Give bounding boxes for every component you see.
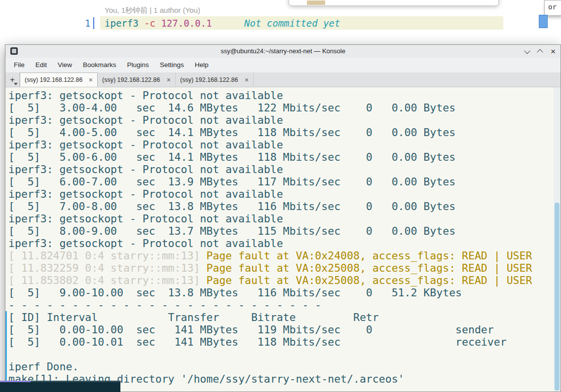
git-blame-annotation: You, 1秒钟前 | 1 author (You) xyxy=(105,6,200,15)
terminal-scrollbar[interactable] xyxy=(554,87,561,392)
terminal-text-segment: [ 5] 7.00-8.00 sec 13.8 MBytes 116 Mbits… xyxy=(8,200,455,213)
terminal-line: [ 5] 0.00-10.00 sec 141 MBytes 119 Mbits… xyxy=(8,323,561,336)
background-window-border xyxy=(31,381,120,382)
terminal-line: [ 5] 7.00-8.00 sec 13.8 MBytes 116 Mbits… xyxy=(8,200,561,213)
terminal-line: [ 5] 0.00-10.01 sec 141 MBytes 118 Mbits… xyxy=(8,336,561,348)
terminal-text-segment: [ 5] 0.00-10.00 sec 141 MBytes 119 Mbits… xyxy=(8,323,494,336)
menu-item-file[interactable]: File xyxy=(8,58,30,72)
terminal-line: iperf3: getsockopt - Protocol not availa… xyxy=(8,237,561,249)
line-number: 1 xyxy=(85,18,90,29)
terminal-line: iperf Done. xyxy=(8,360,561,373)
code-token: -c xyxy=(144,18,155,29)
terminal-line: iperf3: getsockopt - Protocol not availa… xyxy=(8,139,561,151)
terminal-text-segment: iperf3: getsockopt - Protocol not availa… xyxy=(8,163,283,176)
terminal-text-segment: [ 5] 3.00-4.00 sec 14.6 MBytes 122 Mbits… xyxy=(8,102,455,114)
terminal-text-segment: iperf3: getsockopt - Protocol not availa… xyxy=(8,237,283,249)
new-tab-dropdown-icon[interactable] xyxy=(14,83,18,85)
konsole-window: ssy@ubuntu24:~/starry-next-net — Konsole… xyxy=(5,44,561,392)
text-cursor xyxy=(93,17,94,29)
close-icon[interactable]: × xyxy=(551,47,556,56)
autocomplete-item[interactable]: or xyxy=(548,3,557,11)
terminal-line: iperf3: getsockopt - Protocol not availa… xyxy=(8,163,561,176)
menu-item-edit[interactable]: Edit xyxy=(30,58,52,72)
background-window-fragment[interactable] xyxy=(0,381,120,392)
terminal-text-segment: Page fault at VA:0x24008, access_flags: … xyxy=(200,249,532,262)
tab-label: (ssy) 192.168.122.86 xyxy=(25,76,82,83)
terminal-line: [ 5] 6.00-7.00 sec 13.9 MBytes 117 Mbits… xyxy=(8,176,561,188)
terminal-text-segment: [ 5] 6.00-7.00 sec 13.9 MBytes 117 Mbits… xyxy=(8,176,455,188)
terminal-line: - - - - - - - - - - - - - - - - - - - - … xyxy=(8,299,561,311)
tab-list: (ssy) 192.168.122.86×(ssy) 192.168.122.8… xyxy=(20,72,254,87)
terminal-text-segment: iperf3: getsockopt - Protocol not availa… xyxy=(8,213,283,225)
terminal-text-segment: iperf3: getsockopt - Protocol not availa… xyxy=(8,89,283,102)
terminal-line: [ 5] 5.00-6.00 sec 14.1 MBytes 118 Mbits… xyxy=(8,151,561,163)
terminal-line: [ 5] 4.00-5.00 sec 14.1 MBytes 118 Mbits… xyxy=(8,126,561,139)
terminal-line: [ 11.853802 0:4 starry::mm:13] Page faul… xyxy=(8,274,561,286)
terminal-line: [ 5] 8.00-9.00 sec 13.7 MBytes 115 Mbits… xyxy=(8,225,561,237)
terminal-text-segment: - - - - - - - - - - - - - - - - - - - - … xyxy=(8,299,321,311)
terminal-text-segment: [ 11.832259 0:4 starry::mm:13] xyxy=(8,262,200,274)
terminal-text-segment: iperf3: getsockopt - Protocol not availa… xyxy=(8,114,283,126)
code-token: iperf3 xyxy=(105,18,144,29)
terminal-text-segment: [ 5] 5.00-6.00 sec 14.1 MBytes 118 Mbits… xyxy=(8,151,455,163)
minimize-icon[interactable] xyxy=(524,47,530,54)
terminal-activity-indicator xyxy=(5,311,7,392)
terminal-text-segment: [ 5] 0.00-10.01 sec 141 MBytes 118 Mbits… xyxy=(8,336,507,348)
editor-scrollbar-thumb[interactable] xyxy=(539,15,548,28)
tab-bar: + (ssy) 192.168.122.86×(ssy) 192.168.122… xyxy=(5,72,561,87)
autocomplete-popup[interactable]: or xyxy=(544,0,561,16)
terminal-text-segment: [ 5] 8.00-9.00 sec 13.7 MBytes 115 Mbits… xyxy=(8,225,455,237)
terminal-line: iperf3: getsockopt - Protocol not availa… xyxy=(8,188,561,200)
terminal-line: iperf3: getsockopt - Protocol not availa… xyxy=(8,213,561,225)
terminal-line: [ 11.832259 0:4 starry::mm:13] Page faul… xyxy=(8,262,561,274)
code-text[interactable]: iperf3 -c 127.0.0.1 xyxy=(105,18,212,29)
terminal-line: iperf3: getsockopt - Protocol not availa… xyxy=(8,114,561,126)
tab-close-icon[interactable]: × xyxy=(245,76,249,84)
terminal-text-segment: Page fault at VA:0x25008, access_flags: … xyxy=(200,262,532,274)
new-tab-button[interactable]: + xyxy=(5,72,20,87)
inline-git-hint: Not committed yet xyxy=(244,18,340,29)
terminal-text-segment: Page fault at VA:0x25008, access_flags: … xyxy=(200,274,532,286)
tab-2[interactable]: (ssy) 192.168.122.86× xyxy=(98,72,176,87)
menu-item-help[interactable]: Help xyxy=(189,58,214,72)
menu-item-bookmarks[interactable]: Bookmarks xyxy=(77,58,122,72)
terminal-text-segment: [ 5] 4.00-5.00 sec 14.1 MBytes 118 Mbits… xyxy=(8,126,455,139)
editor-popup-fragment xyxy=(289,0,499,6)
terminal-text-segment: [ 11.853802 0:4 starry::mm:13] xyxy=(8,274,200,286)
tab-close-icon[interactable]: × xyxy=(89,76,93,84)
window-titlebar[interactable]: ssy@ubuntu24:~/starry-next-net — Konsole… xyxy=(5,45,561,58)
code-token: 127.0.0.1 xyxy=(155,18,212,29)
terminal-line: [ 11.824701 0:4 starry::mm:13] Page faul… xyxy=(8,249,561,262)
terminal-line: [ ID] Interval Transfer Bitrate Retr xyxy=(8,311,561,323)
tab-3[interactable]: (ssy) 192.168.122.86× xyxy=(176,72,254,87)
terminal-line xyxy=(8,348,561,360)
terminal-text-segment: [ 11.824701 0:4 starry::mm:13] xyxy=(8,249,200,262)
terminal-line: iperf3: getsockopt - Protocol not availa… xyxy=(8,89,561,102)
menu-item-plugins[interactable]: Plugins xyxy=(122,58,154,72)
tab-label: (ssy) 192.168.122.86 xyxy=(180,76,238,83)
popup-color-swatch xyxy=(307,0,325,5)
code-editor-background: You, 1秒钟前 | 1 author (You) 1 iperf3 -c 1… xyxy=(0,0,561,44)
terminal-text-segment: iperf3: getsockopt - Protocol not availa… xyxy=(8,188,283,200)
terminal-scrollbar-thumb[interactable] xyxy=(555,203,560,391)
terminal-text-segment: [ 5] 9.00-10.00 sec 13.8 MBytes 116 Mbit… xyxy=(8,286,462,299)
terminal-text-segment: iperf Done. xyxy=(8,360,78,373)
window-controls: × xyxy=(525,45,556,58)
maximize-icon[interactable] xyxy=(537,49,543,55)
tab-close-icon[interactable]: × xyxy=(167,76,171,84)
tab-label: (ssy) 192.168.122.86 xyxy=(102,76,160,83)
terminal-text-segment: iperf3: getsockopt - Protocol not availa… xyxy=(8,139,283,151)
background-window-accent xyxy=(0,381,31,382)
terminal-text-segment: [ ID] Interval Transfer Bitrate Retr xyxy=(8,311,379,323)
menu-item-settings[interactable]: Settings xyxy=(154,58,189,72)
tab-1[interactable]: (ssy) 192.168.122.86× xyxy=(20,72,98,87)
terminal-line: [ 5] 3.00-4.00 sec 14.6 MBytes 122 Mbits… xyxy=(8,102,561,114)
menu-bar: FileEditViewBookmarksPluginsSettingsHelp xyxy=(5,58,561,72)
menu-item-view[interactable]: View xyxy=(52,58,77,72)
terminal-output[interactable]: iperf3: getsockopt - Protocol not availa… xyxy=(5,87,561,392)
terminal-line: [ 5] 9.00-10.00 sec 13.8 MBytes 116 Mbit… xyxy=(8,286,561,299)
window-title: ssy@ubuntu24:~/starry-next-net — Konsole xyxy=(5,47,561,55)
